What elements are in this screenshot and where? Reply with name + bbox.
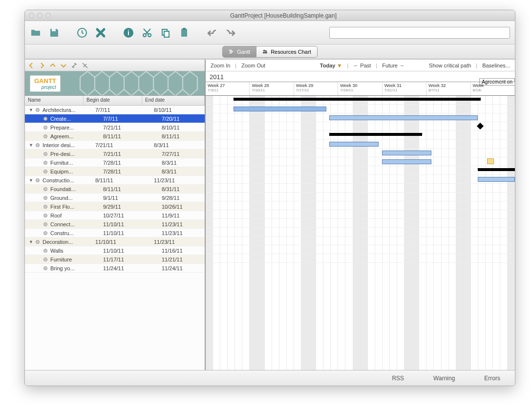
gantt-row[interactable] xyxy=(206,219,515,228)
gantt-chart[interactable] xyxy=(206,96,515,370)
svg-rect-11 xyxy=(230,52,232,53)
task-bar[interactable] xyxy=(382,151,431,155)
summary-bar[interactable] xyxy=(234,98,481,101)
task-bar[interactable] xyxy=(329,142,379,147)
task-row[interactable]: Pre-desi...7/21/117/27/11 xyxy=(25,150,205,158)
gantt-row[interactable] xyxy=(206,201,515,210)
note-icon[interactable] xyxy=(487,158,494,164)
task-row[interactable]: First Flo...9/29/1110/26/11 xyxy=(25,202,205,211)
gantt-row[interactable] xyxy=(206,131,515,140)
gantt-row[interactable] xyxy=(206,122,515,131)
task-bar[interactable] xyxy=(234,107,326,111)
task-row[interactable]: Bring yo...11/24/1111/24/11 xyxy=(25,264,205,273)
nav-back-icon[interactable] xyxy=(28,62,35,69)
tab-resources[interactable]: Resources Chart xyxy=(256,46,318,58)
undo-icon[interactable] xyxy=(206,27,218,39)
gantt-row[interactable] xyxy=(206,184,515,193)
delete-icon[interactable] xyxy=(95,27,106,39)
task-bar[interactable] xyxy=(478,177,515,182)
task-row[interactable]: ▼Decoration...11/10/1111/23/11 xyxy=(25,238,205,246)
col-end-header[interactable]: End date xyxy=(142,96,205,105)
gantt-row[interactable] xyxy=(206,105,515,113)
future-button[interactable]: Future → xyxy=(382,63,404,68)
task-row[interactable]: Ground...9/1/119/28/11 xyxy=(25,194,205,202)
paste-icon[interactable] xyxy=(178,27,190,39)
gantt-row[interactable] xyxy=(206,254,515,263)
save-icon[interactable] xyxy=(48,27,60,39)
close-icon[interactable] xyxy=(29,13,34,18)
task-row[interactable]: Walls11/10/1111/16/11 xyxy=(25,246,205,255)
gantt-row[interactable] xyxy=(206,193,515,201)
gantt-row[interactable] xyxy=(206,245,515,254)
task-row[interactable]: Furniture11/17/1111/21/11 xyxy=(25,255,205,264)
window-controls[interactable] xyxy=(29,13,51,18)
task-begin: 7/7/11 xyxy=(95,107,154,113)
cut-icon[interactable] xyxy=(141,27,153,39)
task-row[interactable]: Constru...11/10/1111/23/11 xyxy=(25,229,205,238)
task-row[interactable]: Create...7/7/117/20/11 xyxy=(25,114,205,123)
unlink-icon[interactable] xyxy=(82,62,88,69)
task-row[interactable]: Furnitur...7/28/118/3/11 xyxy=(25,158,205,167)
task-name: Create... xyxy=(49,116,103,122)
past-button[interactable]: ← Past xyxy=(353,63,371,68)
status-errors[interactable]: Errors xyxy=(484,375,500,382)
gantt-row[interactable] xyxy=(206,228,515,237)
task-name: Foundati... xyxy=(49,186,103,192)
copy-icon[interactable] xyxy=(160,27,171,39)
gantt-row[interactable] xyxy=(206,237,515,245)
nav-forward-icon[interactable] xyxy=(39,62,45,69)
task-bar[interactable] xyxy=(382,159,431,164)
zoom-in-button[interactable]: Zoom In xyxy=(211,63,230,68)
task-bullet-icon xyxy=(43,249,47,253)
task-row[interactable]: Equipm...7/28/118/3/11 xyxy=(25,167,205,176)
task-row[interactable]: Foundati...8/11/118/31/11 xyxy=(25,185,205,194)
status-warning[interactable]: Warning xyxy=(433,375,455,382)
today-button[interactable]: Today ▼ xyxy=(320,63,342,68)
task-end: 8/3/11 xyxy=(154,142,205,148)
baselines-button[interactable]: Baselines... xyxy=(482,63,510,68)
status-rss[interactable]: RSS xyxy=(392,375,404,382)
minimize-icon[interactable] xyxy=(37,13,43,18)
gantt-row[interactable] xyxy=(206,166,515,175)
nav-down-icon[interactable] xyxy=(60,62,67,69)
task-row[interactable]: ▼Architectura...7/7/118/10/11 xyxy=(25,106,205,114)
task-bullet-icon xyxy=(36,240,40,244)
zoom-icon[interactable] xyxy=(45,13,51,18)
open-icon[interactable] xyxy=(30,27,42,39)
col-begin-header[interactable]: Begin date xyxy=(84,96,142,105)
expand-icon[interactable]: ▼ xyxy=(29,178,34,183)
info-icon[interactable]: i xyxy=(123,27,134,39)
gantt-row[interactable] xyxy=(206,157,515,166)
task-name: Bring yo... xyxy=(49,265,103,271)
critical-path-button[interactable]: Show critical path xyxy=(429,63,471,68)
gantt-row[interactable] xyxy=(206,210,515,219)
gantt-row[interactable] xyxy=(206,140,515,149)
task-row[interactable]: Prepare...7/21/118/10/11 xyxy=(25,123,205,132)
summary-bar[interactable] xyxy=(329,133,422,136)
gantt-row[interactable] xyxy=(206,113,515,122)
task-list[interactable]: ▼Architectura...7/7/118/10/11Create...7/… xyxy=(25,106,205,370)
search-input[interactable] xyxy=(329,27,510,39)
nav-up-icon[interactable] xyxy=(49,62,56,69)
summary-bar[interactable] xyxy=(478,168,515,171)
task-row[interactable]: ▼Constructio...8/11/1111/23/11 xyxy=(25,176,205,185)
zoom-out-button[interactable]: Zoom Out xyxy=(241,63,265,68)
milestone-icon[interactable] xyxy=(477,123,484,130)
tab-resources-label: Resources Chart xyxy=(271,49,311,55)
task-row[interactable]: ▼Interior desi...7/21/118/3/11 xyxy=(25,141,205,150)
task-row[interactable]: Roof10/27/1111/9/11 xyxy=(25,211,205,220)
expand-icon[interactable]: ▼ xyxy=(29,143,34,148)
link-icon[interactable] xyxy=(71,62,78,69)
history-icon[interactable] xyxy=(76,27,88,39)
gantt-row[interactable] xyxy=(206,149,515,157)
redo-icon[interactable] xyxy=(225,27,236,39)
gantt-row[interactable] xyxy=(206,96,515,105)
gantt-row[interactable] xyxy=(206,175,515,184)
task-row[interactable]: Connect...11/10/1111/23/11 xyxy=(25,220,205,229)
expand-icon[interactable]: ▼ xyxy=(29,108,34,112)
col-name-header[interactable]: Name xyxy=(25,96,84,105)
task-row[interactable]: Agreem...8/11/118/11/11 xyxy=(25,132,205,141)
expand-icon[interactable]: ▼ xyxy=(29,239,34,244)
task-bar[interactable] xyxy=(329,115,478,120)
tab-gantt[interactable]: Gantt xyxy=(222,46,256,58)
